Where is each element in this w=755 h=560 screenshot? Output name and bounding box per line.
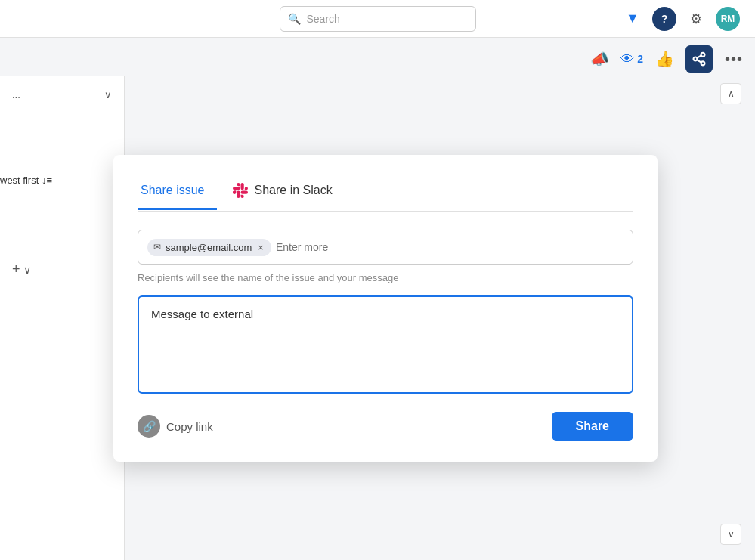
share-btn-label: Share (576, 419, 609, 432)
top-bar-icons: ▼ ? ⚙ RM (620, 7, 740, 31)
share-slack-tab-label: Share in Slack (255, 184, 333, 197)
copy-link-label: Copy link (166, 420, 213, 433)
share-issue-tab-label: Share issue (141, 184, 205, 197)
share-submit-btn[interactable]: Share (552, 412, 633, 441)
chip-close-btn[interactable]: × (258, 243, 264, 252)
search-placeholder: Search (307, 13, 340, 25)
settings-icon-btn[interactable]: ⚙ (684, 7, 708, 31)
main-area: ... ∨ west first ↓≡ + ∨ 📣 👁 2 👍 (0, 38, 755, 560)
search-box[interactable]: 🔍 Search (280, 6, 476, 32)
recipients-hint: Recipients will see the name of the issu… (138, 272, 633, 283)
chevron-down-icon: ∨ (728, 529, 735, 540)
copy-link-btn[interactable]: 🔗 Copy link (138, 415, 213, 438)
scroll-down-btn[interactable]: ∨ (720, 524, 741, 545)
share-modal: Share issue Share in Slack (113, 155, 658, 462)
filter-icon-btn[interactable]: ▼ (620, 7, 645, 31)
email-chip: ✉ sample@email.com × (147, 239, 271, 256)
email-input[interactable] (276, 241, 623, 253)
email-chip-address: sample@email.com (166, 242, 252, 253)
help-icon-btn[interactable]: ? (652, 7, 676, 31)
chevron-up-icon: ∧ (728, 88, 735, 99)
tab-share-slack[interactable]: Share in Slack (217, 173, 345, 212)
modal-overlay: Share issue Share in Slack (0, 38, 755, 560)
copy-link-icon: 🔗 (138, 415, 160, 438)
scroll-up-btn[interactable]: ∧ (720, 83, 741, 104)
search-icon: 🔍 (288, 13, 301, 25)
slack-icon (232, 182, 249, 199)
avatar[interactable]: RM (716, 7, 740, 31)
top-bar: 🔍 Search ▼ ? ⚙ RM (0, 0, 755, 38)
tab-share-issue[interactable]: Share issue (138, 175, 217, 210)
email-input-row[interactable]: ✉ sample@email.com × (138, 230, 633, 265)
modal-tabs: Share issue Share in Slack (138, 173, 633, 212)
envelope-icon: ✉ (153, 242, 161, 252)
modal-footer: 🔗 Copy link Share (138, 412, 633, 441)
message-textarea[interactable]: Message to external (138, 295, 633, 394)
